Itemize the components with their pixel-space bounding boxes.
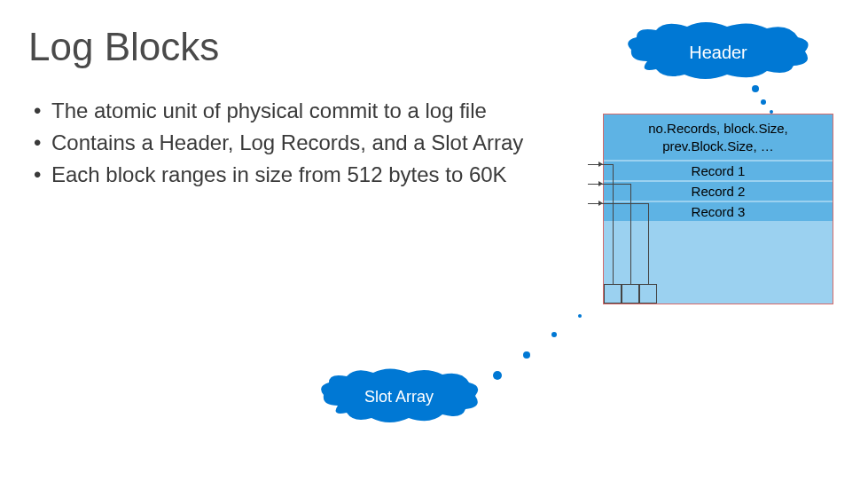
bullet-item: The atomic unit of physical commit to a … <box>28 98 525 124</box>
pointer-line <box>588 164 589 165</box>
callout-header-label: Header <box>689 43 747 63</box>
bullet-list: The atomic unit of physical commit to a … <box>28 98 525 193</box>
block-header-line: no.Records, block.Size, <box>607 120 829 138</box>
bullet-item: Contains a Header, Log Records, and a Sl… <box>28 130 525 156</box>
connector-dot <box>493 371 502 380</box>
pointer-line <box>588 203 648 204</box>
slot-cell <box>622 284 639 304</box>
slot-cell <box>639 284 657 304</box>
pointer-line <box>648 203 649 285</box>
page-title: Log Blocks <box>28 25 219 69</box>
bullet-item: Each block ranges in size from 512 bytes… <box>28 162 525 188</box>
callout-header-cloud: Header <box>621 21 816 83</box>
pointer-arrow <box>598 162 603 167</box>
pointer-line <box>630 184 631 285</box>
block-header-line: prev.Block.Size, … <box>607 138 829 155</box>
slot-cell <box>604 284 622 304</box>
block-header: no.Records, block.Size, prev.Block.Size,… <box>604 114 833 160</box>
pointer-arrow <box>598 201 603 206</box>
block-record: Record 1 <box>604 162 833 180</box>
block-record: Record 3 <box>604 202 833 221</box>
connector-dot <box>523 351 530 359</box>
callout-slot-array-cloud: Slot Array <box>315 368 483 426</box>
connector-dot <box>578 314 582 318</box>
log-block-diagram: no.Records, block.Size, prev.Block.Size,… <box>603 114 833 304</box>
connector-dot <box>551 332 557 337</box>
pointer-arrow <box>598 181 603 186</box>
callout-slot-array-label: Slot Array <box>364 388 434 406</box>
block-record: Record 2 <box>604 182 833 201</box>
connector-dot <box>761 99 766 105</box>
pointer-line <box>588 184 630 185</box>
connector-dot <box>752 85 759 92</box>
slot-array <box>604 284 657 304</box>
pointer-line <box>613 164 614 285</box>
